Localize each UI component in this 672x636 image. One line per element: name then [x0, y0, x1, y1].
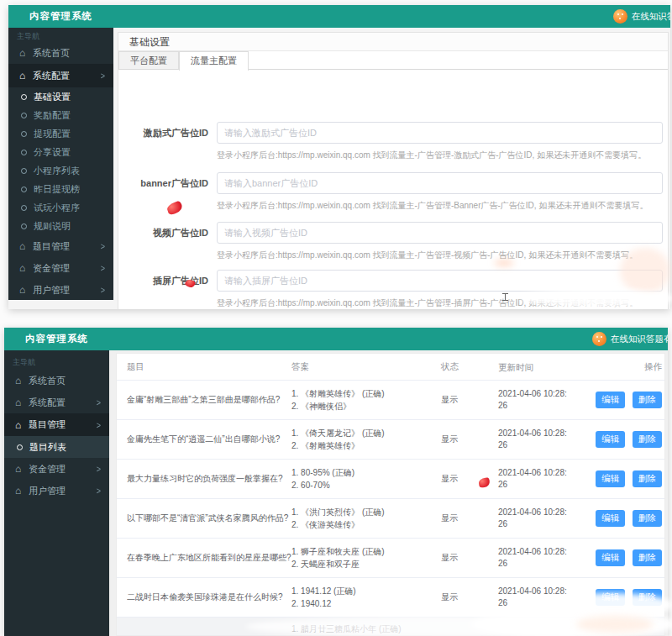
sidebar-item-system-home[interactable]: ⌂ 系统首页 — [8, 42, 113, 64]
edit-button[interactable]: 编辑 — [596, 431, 625, 448]
table-row: 金庸先生笔下的“逍遥二仙”出自哪部小说? 1. 《倚天屠龙记》 (正确) 2. … — [117, 420, 664, 460]
sidebar: 主导航 ⌂ 系统首页 ⌂ 系统配置 > ⌂ 题目管理 > 题目列表 ⌂ 资金管理 — [4, 350, 109, 636]
column-header-actions: 操作 — [585, 361, 662, 373]
edit-button[interactable]: 编辑 — [596, 510, 625, 527]
sidebar-item-user-mgmt[interactable]: ⌂ 用户管理 > — [4, 480, 109, 502]
sidebar-item-system-home[interactable]: ⌂ 系统首页 — [4, 370, 109, 392]
question-table: 题目 答案 状态 更新时间 操作 金庸“射雕三部曲”之第三部曲是哪部作品? 1.… — [116, 353, 665, 636]
sidebar-item-miniapp-list[interactable]: 小程序列表 — [8, 161, 113, 180]
field-help-text: 登录小程序后台:https://mp.weixin.qq.com 找到流量主-广… — [217, 150, 663, 161]
circle-icon — [21, 113, 27, 118]
status-cell: 显示 — [441, 394, 498, 406]
question-cell: 在春季晚上广东地区所能看到的星座是哪些? — [127, 552, 291, 564]
interstitial-ad-id-input[interactable] — [217, 270, 663, 292]
sidebar: 主导航 ⌂ 系统首页 ⌂ 系统配置 > 基础设置 奖励配置 提现配置 — [8, 28, 113, 300]
column-header-question: 题目 — [127, 361, 291, 373]
status-cell: 显示 — [441, 512, 498, 524]
user-badge[interactable]: 在线知识答题有奖 — [613, 5, 670, 28]
home-icon: ⌂ — [15, 486, 29, 496]
tab-traffic-config[interactable]: 流量主配置 — [179, 51, 249, 71]
user-badge[interactable]: 在线知识答题有奖 — [592, 328, 668, 350]
answer-cell: 1. 狮子座和牧夫座 (正确) 2. 天蝎座和双子座 — [291, 545, 441, 570]
sidebar-item-basic-settings[interactable]: 基础设置 — [8, 87, 113, 106]
sidebar-item-user-mgmt[interactable]: ⌂ 用户管理 > — [8, 279, 113, 300]
bottom-header: 内容管理系统 在线知识答题有奖 — [4, 328, 668, 350]
sidebar-item-share-settings[interactable]: 分享设置 — [8, 143, 113, 161]
field-help-text: 登录小程序后台:https://mp.weixin.qq.com 找到流量主-广… — [217, 297, 663, 309]
edit-button[interactable]: 编辑 — [596, 549, 625, 566]
app-brand: 内容管理系统 — [8, 10, 113, 23]
sidebar-item-system-config[interactable]: ⌂ 系统配置 > — [8, 64, 113, 87]
circle-icon — [21, 205, 27, 211]
table-row: 二战时日本偷袭美国珍珠港是在什么时候? 1. 1941.12 (正确) 2. 1… — [117, 578, 664, 618]
delete-button[interactable]: 删除 — [633, 392, 662, 408]
sidebar-section-label: 主导航 — [8, 28, 113, 42]
delete-button[interactable]: 删除 — [633, 549, 662, 566]
home-icon: ⌂ — [19, 285, 33, 295]
sidebar-item-withdraw-config[interactable]: 提现配置 — [8, 124, 113, 143]
text-cursor-icon — [502, 293, 508, 301]
home-icon: ⌂ — [15, 464, 29, 474]
delete-button[interactable]: 删除 — [633, 431, 662, 448]
window-settings: 内容管理系统 在线知识答题有奖 主导航 ⌂ 系统首页 ⌂ 系统配置 > 基础设置 — [8, 5, 670, 309]
window-question-list: 内容管理系统 在线知识答题有奖 主导航 ⌂ 系统首页 ⌂ 系统配置 > ⌂ 题目… — [4, 328, 668, 636]
sidebar-item-funds-mgmt[interactable]: ⌂ 资金管理 > — [8, 257, 113, 279]
status-cell: 显示 — [441, 434, 498, 445]
home-icon: ⌂ — [15, 420, 29, 430]
delete-button[interactable]: 删除 — [633, 589, 662, 606]
chevron-right-icon: > — [97, 419, 101, 430]
home-icon: ⌂ — [19, 71, 33, 81]
video-ad-id-input[interactable] — [217, 222, 663, 244]
circle-icon — [21, 94, 27, 100]
banner-ad-id-input[interactable] — [217, 172, 663, 194]
field-label: 视频广告位ID — [118, 222, 208, 261]
updated-cell: 2021-04-06 10:28: 26 — [498, 428, 585, 451]
question-cell: 金庸先生笔下的“逍遥二仙”出自哪部小说? — [127, 434, 291, 445]
answer-cell: 1. 《射雕英雄传》 (正确) 2. 《神雕侠侣》 — [291, 387, 441, 413]
tab-platform-config[interactable]: 平台配置 — [118, 51, 179, 69]
form-row-banner-ad: banner广告位ID 登录小程序后台:https://mp.weixin.qq… — [118, 172, 663, 212]
table-row: 在春季晚上广东地区所能看到的星座是哪些? 1. 狮子座和牧夫座 (正确) 2. … — [117, 539, 664, 578]
question-cell: 金庸“射雕三部曲”之第三部曲是哪部作品? — [127, 394, 291, 406]
form-row-incentive-ad: 激励式广告位ID 登录小程序后台:https://mp.weixin.qq.co… — [118, 122, 663, 161]
updated-cell: 2021-04-06 10:28: 26 — [498, 507, 585, 530]
chevron-right-icon: > — [101, 285, 105, 296]
incentive-ad-id-input[interactable] — [217, 122, 663, 144]
settings-card: 基础设置 平台配置 流量主配置 激励式广告位ID 登录小程序后台:https:/… — [118, 32, 669, 309]
delete-button[interactable]: 删除 — [633, 510, 662, 527]
table-row: 以下哪部不是“清官派”武侠名家腾风的作品? 1. 《洪门英烈传》 (正确) 2.… — [117, 499, 664, 539]
edit-button[interactable]: 编辑 — [596, 392, 625, 408]
user-badge-label: 在线知识答题有奖 — [611, 334, 668, 345]
sidebar-item-rules[interactable]: 规则说明 — [8, 217, 113, 235]
sidebar-item-reward-config[interactable]: 奖励配置 — [8, 106, 113, 124]
question-cell: 以下哪部不是“清官派”武侠名家腾风的作品? — [127, 512, 291, 524]
sidebar-item-funds-mgmt[interactable]: ⌂ 资金管理 > — [4, 458, 109, 480]
delete-button[interactable]: 删除 — [633, 470, 662, 487]
edit-button[interactable]: 编辑 — [596, 470, 625, 487]
chevron-right-icon: > — [97, 486, 101, 497]
home-icon: ⌂ — [15, 376, 29, 386]
sidebar-item-question-mgmt[interactable]: ⌂ 题目管理 > — [4, 413, 109, 436]
home-icon: ⌂ — [19, 263, 33, 273]
form-row-video-ad: 视频广告位ID 登录小程序后台:https://mp.weixin.qq.com… — [118, 222, 663, 261]
app-brand: 内容管理系统 — [4, 333, 109, 345]
sidebar-item-question-mgmt[interactable]: ⌂ 题目管理 > — [8, 235, 113, 257]
chevron-right-icon: > — [101, 263, 105, 274]
sidebar-item-yesterday-withdraw[interactable]: 昨日提现榜 — [8, 180, 113, 198]
status-cell: 显示 — [441, 591, 498, 603]
edit-button[interactable]: 编辑 — [596, 589, 625, 606]
sidebar-section-label: 主导航 — [4, 350, 109, 370]
user-avatar-icon — [613, 9, 627, 24]
field-label: banner广告位ID — [118, 172, 208, 212]
tab-bar: 平台配置 流量主配置 — [118, 51, 668, 70]
sidebar-item-question-list[interactable]: 题目列表 — [4, 436, 109, 458]
answer-cell: 1. 1941.12 (正确) 2. 1940.12 — [291, 585, 441, 610]
sidebar-item-system-config[interactable]: ⌂ 系统配置 > — [4, 392, 109, 413]
chevron-right-icon: > — [97, 397, 101, 408]
sidebar-item-demo-miniapp[interactable]: 试玩小程序 — [8, 198, 113, 217]
user-avatar-icon — [592, 332, 606, 346]
field-help-text: 登录小程序后台:https://mp.weixin.qq.com 找到流量主-广… — [217, 250, 663, 261]
question-cell: 最大力量练习时它的负荷强度一般掌握在? — [127, 473, 291, 485]
field-help-text: 登录小程序后台:https://mp.weixin.qq.com 找到流量主-广… — [217, 200, 663, 212]
table-header-row: 题目 答案 状态 更新时间 操作 — [117, 354, 664, 381]
